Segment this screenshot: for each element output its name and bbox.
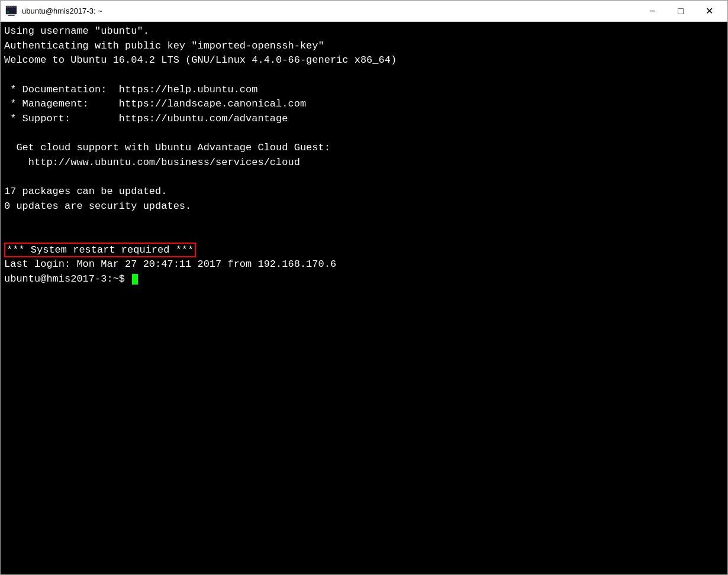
terminal-line-1: Using username "ubuntu". bbox=[4, 25, 149, 37]
terminal-window: $ _ ubuntu@hmis2017-3: ~ − □ ✕ Using use… bbox=[0, 0, 728, 575]
svg-rect-6 bbox=[8, 15, 15, 16]
terminal-output[interactable]: Using username "ubuntu". Authenticating … bbox=[1, 22, 727, 574]
terminal-line-10: http://www.ubuntu.com/business/services/… bbox=[4, 157, 300, 168]
titlebar-title: ubuntu@hmis2017-3: ~ bbox=[22, 7, 102, 15]
close-button[interactable]: ✕ bbox=[695, 2, 723, 20]
terminal-line-7: * Support: https://ubuntu.com/advantage bbox=[4, 113, 288, 124]
terminal-line-2: Authenticating with public key "imported… bbox=[4, 40, 324, 51]
svg-point-3 bbox=[9, 6, 10, 7]
maximize-button[interactable]: □ bbox=[667, 2, 694, 20]
titlebar: $ _ ubuntu@hmis2017-3: ~ − □ ✕ bbox=[1, 1, 727, 22]
terminal-icon: $ _ bbox=[5, 5, 17, 17]
terminal-line-3: Welcome to Ubuntu 16.04.2 LTS (GNU/Linux… bbox=[4, 54, 397, 66]
terminal-line-13: 0 updates are security updates. bbox=[4, 201, 191, 212]
titlebar-left: $ _ ubuntu@hmis2017-3: ~ bbox=[5, 5, 102, 17]
terminal-line-16: Last login: Mon Mar 27 20:47:11 2017 fro… bbox=[4, 259, 336, 270]
terminal-cursor bbox=[132, 274, 138, 285]
svg-text:$ _: $ _ bbox=[7, 10, 13, 14]
terminal-line-6: * Management: https://landscape.canonica… bbox=[4, 98, 306, 109]
terminal-prompt: ubuntu@hmis2017-3:~$ bbox=[4, 273, 131, 285]
terminal-line-5: * Documentation: https://help.ubuntu.com bbox=[4, 84, 257, 95]
svg-point-2 bbox=[7, 6, 8, 7]
terminal-line-9: Get cloud support with Ubuntu Advantage … bbox=[4, 142, 330, 153]
minimize-button[interactable]: − bbox=[639, 2, 666, 20]
restart-required-message: *** System restart required *** bbox=[4, 243, 196, 257]
titlebar-controls: − □ ✕ bbox=[639, 2, 723, 20]
svg-point-4 bbox=[11, 6, 12, 7]
terminal-line-12: 17 packages can be updated. bbox=[4, 186, 167, 197]
